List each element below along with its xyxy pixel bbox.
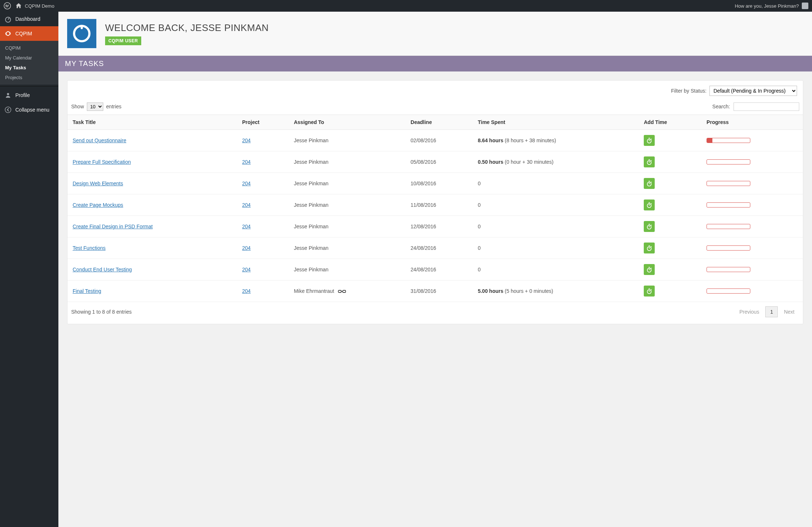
add-time-button[interactable] [644,199,655,210]
assigned-cell: Jesse Pinkman [289,173,405,194]
timespent-cell: 5.00 hours (5 hours + 0 minutes) [473,280,639,302]
project-link[interactable]: 204 [242,137,251,143]
assigned-cell: Jesse Pinkman [289,216,405,237]
assigned-cell: Jesse Pinkman [289,130,405,151]
sidebar-sub-projects[interactable]: Projects [0,73,58,82]
sidebar-item-profile[interactable]: Profile [0,88,58,102]
filter-status-select[interactable]: Default (Pending & In Progress) [709,86,797,96]
col-deadline[interactable]: Deadline [405,115,473,130]
stopwatch-icon [646,180,653,187]
add-time-button[interactable] [644,264,655,275]
filter-label: Filter by Status: [671,88,707,94]
add-time-button[interactable] [644,156,655,167]
project-link[interactable]: 204 [242,245,251,251]
project-link[interactable]: 204 [242,202,251,208]
sidebar-item-label: Collapse menu [15,107,49,113]
project-link[interactable]: 204 [242,224,251,229]
col-addtime[interactable]: Add Time [639,115,701,130]
table-row: Design Web Elements204Jesse Pinkman 10/0… [68,173,803,194]
sidebar-submenu: CQPIM My Calendar My Tasks Projects [0,41,58,85]
sidebar-sub-tasks[interactable]: My Tasks [0,63,58,73]
admin-topbar: CQPIM Demo How are you, Jesse Pinkman? [0,0,812,12]
svg-point-15 [647,225,651,229]
deadline-cell: 24/08/2016 [405,237,473,259]
sidebar-item-cqpim[interactable]: CQPIM [0,26,58,41]
site-name[interactable]: CQPIM Demo [25,3,54,9]
deadline-cell: 12/08/2016 [405,216,473,237]
add-time-button[interactable] [644,286,655,297]
sidebar-item-label: Dashboard [15,16,41,22]
svg-rect-8 [649,138,650,139]
stopwatch-icon [646,245,653,251]
add-time-button[interactable] [644,178,655,189]
project-link[interactable]: 204 [242,267,251,272]
timespent-cell: 0 [473,216,639,237]
stopwatch-icon [646,159,653,165]
tasks-card: Filter by Status: Default (Pending & In … [67,80,803,324]
task-title-link[interactable]: Final Testing [73,288,101,294]
sidebar-item-label: CQPIM [15,31,32,36]
svg-rect-24 [649,288,650,289]
col-progress[interactable]: Progress [701,115,803,130]
col-project[interactable]: Project [237,115,289,130]
table-row: Final Testing204Mike Ehrmantraut 31/08/2… [68,280,803,302]
project-link[interactable]: 204 [242,288,251,294]
sidebar-sub-calendar[interactable]: My Calendar [0,53,58,63]
welcome-header: WELCOME BACK, JESSE PINKMAN CQPIM USER [58,12,812,56]
task-title-link[interactable]: Send out Questionnaire [73,137,126,143]
task-title-link[interactable]: Create Page Mockups [73,202,123,208]
add-time-button[interactable] [644,243,655,253]
project-link[interactable]: 204 [242,159,251,165]
sidebar-item-collapse[interactable]: Collapse menu [0,102,58,117]
task-title-link[interactable]: Conduct End User Testing [73,267,132,272]
progress-bar [707,159,750,164]
page-current[interactable]: 1 [765,306,778,317]
assigned-cell: Jesse Pinkman [289,151,405,173]
gear-icon [4,30,12,37]
glasses-icon [338,289,346,294]
sidebar-item-dashboard[interactable]: Dashboard [0,12,58,26]
svg-rect-6 [81,25,83,29]
role-badge: CQPIM USER [105,36,141,45]
svg-rect-18 [649,245,650,246]
project-link[interactable]: 204 [242,181,251,186]
deadline-cell: 11/08/2016 [405,194,473,216]
svg-rect-20 [649,267,650,268]
table-row: Prepare Full Specification204Jesse Pinkm… [68,151,803,173]
deadline-cell: 24/08/2016 [405,259,473,280]
col-title[interactable]: Task Title [68,115,237,130]
user-icon [4,92,12,99]
task-title-link[interactable]: Test Functions [73,245,105,251]
task-title-link[interactable]: Design Web Elements [73,181,123,186]
section-heading: MY TASKS [58,56,812,71]
add-time-button[interactable] [644,135,655,146]
progress-bar [707,224,750,229]
table-info: Showing 1 to 8 of 8 entries [71,309,132,315]
search-control: Search: [712,102,799,111]
admin-sidebar: Dashboard CQPIM CQPIM My Calendar My Tas… [0,12,58,527]
task-title-link[interactable]: Prepare Full Specification [73,159,131,165]
table-row: Send out Questionnaire204Jesse Pinkman 0… [68,130,803,151]
user-avatar-icon[interactable] [802,3,808,9]
col-assigned[interactable]: Assigned To [289,115,405,130]
progress-bar [707,267,750,272]
assigned-cell: Jesse Pinkman [289,237,405,259]
howdy-text[interactable]: How are you, Jesse Pinkman? [735,3,799,9]
dashboard-icon [4,15,12,23]
page-prev[interactable]: Previous [735,306,764,317]
home-icon[interactable] [15,3,22,9]
timespent-cell: 8.64 hours (8 hours + 38 minutes) [473,130,639,151]
task-title-link[interactable]: Create Final Design in PSD Format [73,224,153,229]
deadline-cell: 31/08/2016 [405,280,473,302]
sidebar-sub-cqpim[interactable]: CQPIM [0,43,58,53]
page-next[interactable]: Next [779,306,799,317]
search-input[interactable] [734,102,799,111]
add-time-button[interactable] [644,221,655,232]
col-timespent[interactable]: Time Spent [473,115,639,130]
stopwatch-icon [646,202,653,208]
collapse-icon [4,106,12,113]
wordpress-logo-icon[interactable] [4,2,11,9]
stopwatch-icon [646,137,653,144]
timespent-cell: 0 [473,173,639,194]
page-length-select[interactable]: 10 [87,102,103,111]
